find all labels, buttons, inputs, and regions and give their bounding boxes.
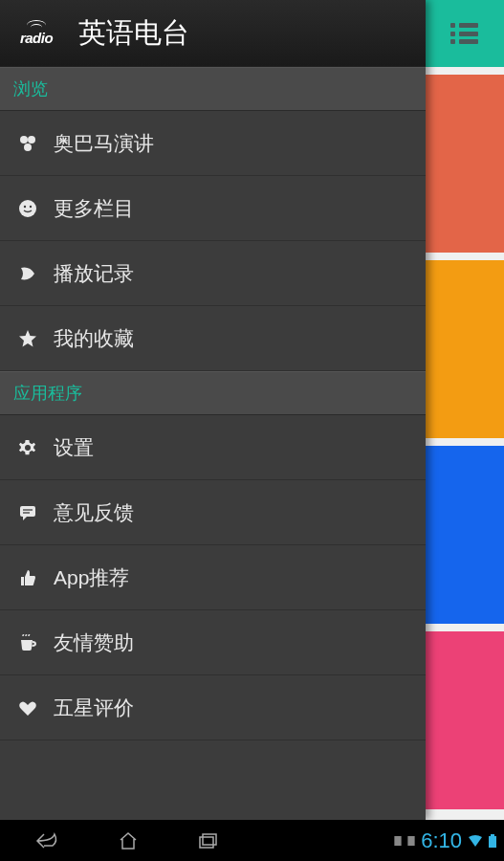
svg-point-0 [20, 136, 28, 144]
status-icon [394, 836, 402, 846]
tile-item[interactable] [426, 260, 504, 438]
logo-text: radio [20, 30, 53, 46]
menu-label: 播放记录 [54, 260, 134, 287]
menu-label: 设置 [54, 434, 94, 461]
app-header: radio 英语电台 [0, 0, 426, 67]
svg-point-5 [30, 205, 32, 207]
menu-label: 奥巴马演讲 [54, 130, 154, 157]
leaf-icon [17, 263, 38, 284]
tile-item[interactable] [426, 631, 504, 809]
section-header-browse: 浏览 [0, 67, 426, 111]
radio-waves-icon [26, 20, 47, 30]
menu-item-feedback[interactable]: 意见反馈 [0, 480, 426, 545]
menu-item-rate[interactable]: 五星评价 [0, 675, 426, 740]
circles-icon [17, 133, 38, 154]
svg-point-3 [19, 200, 36, 217]
battery-icon [489, 834, 496, 848]
wifi-icon [468, 834, 483, 848]
sidebar-drawer: radio 英语电台 浏览 奥巴马演讲 更多栏目 播放记录 [0, 0, 426, 820]
svg-point-1 [28, 136, 35, 144]
recent-button[interactable] [195, 828, 222, 854]
svg-rect-13 [408, 836, 415, 846]
menu-item-recommend[interactable]: App推荐 [0, 545, 426, 610]
svg-point-4 [24, 205, 26, 207]
tile-grid [426, 67, 504, 820]
menu-label: 更多栏目 [54, 195, 134, 222]
svg-rect-10 [200, 837, 213, 848]
svg-rect-14 [489, 836, 496, 848]
status-icon [407, 836, 415, 846]
menu-item-history[interactable]: 播放记录 [0, 241, 426, 306]
menu-label: 我的收藏 [54, 325, 134, 352]
cup-icon [17, 632, 38, 653]
clock-time: 6:10 [421, 828, 462, 853]
android-nav-bar: 6:10 [0, 820, 504, 861]
tile-item[interactable] [426, 75, 504, 253]
logo: radio [10, 14, 63, 53]
svg-point-6 [25, 445, 31, 451]
back-button[interactable] [34, 828, 61, 854]
smile-icon [17, 198, 38, 219]
gear-icon [17, 437, 38, 458]
tile-item[interactable] [426, 446, 504, 624]
star-icon [17, 328, 38, 349]
main-content-peek [426, 0, 504, 820]
menu-item-obama[interactable]: 奥巴马演讲 [0, 111, 426, 176]
home-button[interactable] [115, 828, 142, 854]
svg-rect-11 [203, 834, 216, 845]
heart-icon [17, 697, 38, 718]
menu-label: 意见反馈 [54, 499, 134, 526]
menu-item-donate[interactable]: 友情赞助 [0, 610, 426, 675]
menu-toggle-icon [450, 23, 479, 44]
menu-label: 五星评价 [54, 695, 134, 721]
chat-icon [17, 502, 38, 523]
section-header-apps: 应用程序 [0, 371, 426, 415]
menu-item-settings[interactable]: 设置 [0, 415, 426, 480]
svg-rect-12 [395, 836, 402, 846]
thumb-icon [17, 567, 38, 588]
menu-label: 友情赞助 [54, 629, 134, 656]
svg-rect-7 [20, 506, 35, 517]
svg-rect-15 [491, 834, 494, 836]
menu-item-favorites[interactable]: 我的收藏 [0, 306, 426, 371]
svg-point-2 [24, 144, 32, 151]
app-title: 英语电台 [78, 14, 189, 53]
main-header[interactable] [426, 0, 504, 67]
menu-label: App推荐 [54, 564, 129, 591]
menu-item-more[interactable]: 更多栏目 [0, 176, 426, 241]
